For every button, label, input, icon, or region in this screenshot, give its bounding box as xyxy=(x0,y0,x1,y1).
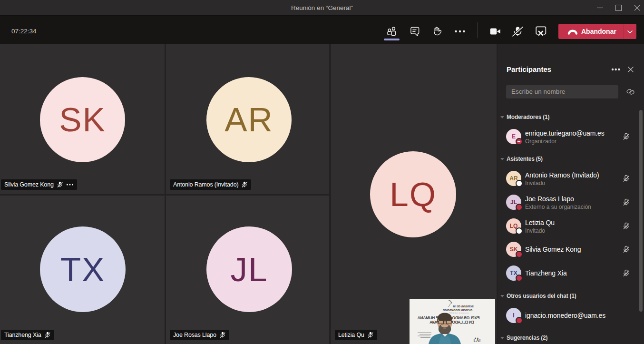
svg-text:▲▲: ▲▲ xyxy=(474,336,479,339)
svg-text:ciencia innovación: ciencia innovación xyxy=(443,308,473,312)
svg-text:comunidad de madrid 2021: comunidad de madrid 2021 xyxy=(449,312,469,314)
svg-text:semana de la: semana de la xyxy=(453,305,474,308)
